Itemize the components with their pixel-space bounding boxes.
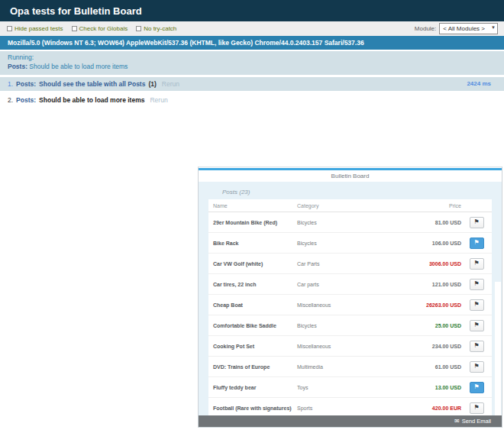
app-scrollbar[interactable]	[495, 282, 501, 415]
flag-icon: ⚑	[473, 280, 479, 287]
posts-table: Name Category Price 29er Mountain Bike (…	[208, 199, 492, 415]
table-row[interactable]: Car tires, 22 inchCar parts121.00 USD⚑	[208, 274, 492, 295]
running-test-module: Posts:	[8, 63, 27, 70]
table-row[interactable]: Bike RackBicycles106.00 USD⚑	[208, 233, 492, 254]
post-category: Car parts	[297, 282, 412, 287]
post-name: DVD: Trains of Europe	[208, 364, 297, 370]
post-category: Bicycles	[297, 323, 412, 328]
test-module: Posts:	[16, 80, 36, 88]
post-price: 106.00 USD	[412, 241, 461, 246]
post-name: Fluffy teddy bear	[208, 385, 297, 390]
rerun-link[interactable]: Rerun	[150, 96, 167, 104]
app-title: Bulletin Board	[331, 173, 370, 179]
post-category: Miscellaneous	[297, 344, 412, 349]
table-row[interactable]: Cheap BoatMiscellaneous26263.00 USD⚑	[208, 295, 492, 315]
flag-cell: ⚑	[461, 217, 492, 228]
test-result-status: Running: Posts: Should be able to load m…	[0, 51, 504, 75]
post-category: Toys	[297, 385, 412, 390]
column-header-price: Price	[412, 203, 461, 208]
checkbox-label: No try-catch	[144, 25, 176, 32]
flag-toggle-button[interactable]: ⚑	[470, 402, 484, 414]
post-category: Bicycles	[297, 220, 412, 225]
app-footer-bar: ✉ Send Email	[199, 415, 502, 427]
running-test: Posts: Should be able to load more items	[8, 63, 504, 72]
flag-cell: ⚑	[461, 279, 492, 290]
post-category: Bicycles	[297, 241, 412, 246]
page-title-text: Opa tests for Bulletin Board	[10, 5, 142, 17]
post-category: Sports	[297, 406, 412, 411]
post-name: Car VW Golf (white)	[208, 261, 297, 267]
flag-toggle-button[interactable]: ⚑	[470, 258, 484, 270]
post-name: Cooking Pot Set	[208, 344, 297, 349]
post-category: Miscellaneous	[297, 302, 412, 308]
flag-toggle-button[interactable]: ⚑	[470, 341, 484, 352]
post-price: 81.00 USD	[412, 220, 461, 225]
post-name: Bike Rack	[208, 241, 297, 246]
user-agent-banner: Mozilla/5.0 (Windows NT 6.3; WOW64) Appl…	[0, 36, 504, 50]
table-row[interactable]: Comfortable Bike SaddleBicycles25.00 USD…	[208, 315, 492, 336]
module-filter-selected-value: < All Modules >	[443, 25, 485, 32]
send-email-button[interactable]: ✉ Send Email	[450, 417, 496, 425]
column-header-category: Category	[297, 203, 412, 208]
flag-cell: ⚑	[461, 238, 492, 249]
checkbox-icon[interactable]	[7, 26, 12, 31]
table-row[interactable]: Cooking Pot SetMiscellaneous234.00 USD⚑	[208, 336, 492, 357]
checkbox-label: Hide passed tests	[15, 25, 63, 32]
module-filter-label: Module:	[415, 25, 436, 32]
app-content: Posts (23) Name Category Price 29er Moun…	[199, 182, 502, 415]
flag-icon: ⚑	[473, 218, 479, 225]
user-agent-text: Mozilla/5.0 (Windows NT 6.3; WOW64) Appl…	[8, 39, 364, 47]
post-price: 26263.00 USD	[412, 302, 461, 308]
table-row[interactable]: Car VW Golf (white)Car Parts3006.00 USD⚑	[208, 254, 492, 274]
posts-table-body: 29er Mountain Bike (Red)Bicycles81.00 US…	[208, 212, 492, 415]
post-price: 13.00 USD	[412, 385, 461, 390]
table-row[interactable]: 29er Mountain Bike (Red)Bicycles81.00 US…	[208, 212, 492, 233]
checkbox-no-try-catch[interactable]: No try-catch	[136, 25, 176, 32]
flag-toggle-button[interactable]: ⚑	[470, 361, 484, 373]
post-name: 29er Mountain Bike (Red)	[208, 220, 297, 225]
flag-icon: ⚑	[473, 404, 479, 411]
module-filter-select[interactable]: < All Modules > ▼	[439, 23, 498, 34]
flag-toggle-button[interactable]: ⚑	[470, 217, 484, 228]
flag-toggle-button[interactable]: ⚑	[470, 320, 484, 331]
rerun-link[interactable]: Rerun	[162, 80, 179, 88]
checkbox-hide-passed-tests[interactable]: Hide passed tests	[7, 25, 63, 32]
flag-icon: ⚑	[473, 301, 479, 308]
posts-table-header: Name Category Price	[208, 199, 492, 212]
checkbox-icon[interactable]	[136, 26, 141, 31]
running-label: Running:	[8, 53, 504, 63]
assertion-count: (1)	[148, 80, 156, 88]
table-row[interactable]: DVD: Trains of EuropeMultimedia61.00 USD…	[208, 357, 492, 377]
app-header: Bulletin Board	[199, 170, 502, 182]
app-under-test-iframe: Bulletin Board Posts (23) Name Category …	[198, 166, 502, 428]
checkbox-icon[interactable]	[72, 26, 77, 31]
flag-toggle-button[interactable]: ⚑	[470, 299, 484, 311]
table-row[interactable]: Football (Rare with signatures)Sports420…	[208, 398, 492, 415]
posts-panel-title: Posts (23)	[222, 189, 492, 195]
test-module: Posts:	[16, 96, 36, 104]
test-name: Should be able to load more items	[39, 96, 144, 104]
post-name: Car tires, 22 inch	[208, 282, 297, 287]
checkbox-check-for-globals[interactable]: Check for Globals	[72, 25, 128, 32]
flag-toggle-button[interactable]: ⚑	[470, 382, 484, 393]
flag-cell: ⚑	[461, 258, 492, 270]
running-test-name: Should be able to load more items	[29, 63, 128, 70]
column-header-name: Name	[208, 203, 297, 208]
test-number: 2.	[8, 96, 13, 104]
flag-icon: ⚑	[473, 322, 479, 328]
flag-toggle-button[interactable]: ⚑	[470, 238, 484, 249]
flag-cell: ⚑	[461, 320, 492, 331]
post-price: 61.00 USD	[412, 364, 461, 370]
test-row-passed[interactable]: 1. Posts: Should see the table with all …	[0, 77, 504, 91]
module-filter: Module: < All Modules > ▼	[415, 23, 498, 34]
table-row[interactable]: Fluffy teddy bearToys13.00 USD⚑	[208, 377, 492, 398]
flag-icon: ⚑	[473, 260, 479, 267]
test-row-running[interactable]: 2. Posts: Should be able to load more it…	[0, 93, 504, 107]
flag-toggle-button[interactable]: ⚑	[470, 279, 484, 290]
post-price: 420.00 EUR	[412, 406, 461, 411]
post-name: Football (Rare with signatures)	[208, 406, 297, 411]
qunit-toolbar: Hide passed tests Check for Globals No t…	[0, 21, 504, 36]
post-price: 25.00 USD	[412, 323, 461, 328]
post-price: 3006.00 USD	[412, 261, 461, 267]
flag-cell: ⚑	[461, 299, 492, 311]
